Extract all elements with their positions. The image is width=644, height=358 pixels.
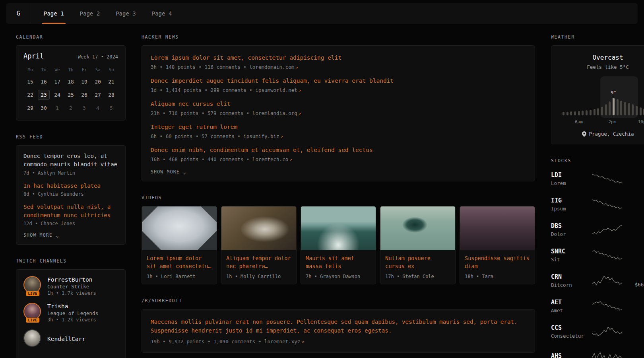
external-link-icon: ↗ (289, 156, 292, 162)
stock-sparkline (588, 351, 627, 358)
stock-company: Lorem (551, 180, 588, 186)
weather-widget: WEATHER Overcast Feels like 5°C 9° 6am 2… (551, 34, 644, 144)
stock-sparkline (588, 249, 627, 261)
weather-bar (601, 107, 603, 115)
weather-feels-like: Feels like 5°C (558, 64, 644, 70)
twitch-card: LIVE ForrestBurton Counter-Strike 1h • 1… (16, 269, 126, 358)
hn-item-title[interactable]: Integer eget rutrum lorem (151, 123, 526, 131)
hacker-news-card: Lorem ipsum dolor sit amet, consectetur … (142, 45, 535, 181)
video-title[interactable]: Aliquam tempor dolor nec pharetra… (226, 254, 291, 270)
video-card[interactable]: Nullam posuere cursus ex 17h • Stefan Co… (380, 206, 456, 284)
hn-item: Donec imperdiet augue tincidunt felis al… (151, 77, 526, 93)
video-card[interactable]: Mauris sit amet massa felis 7h • Grayson… (301, 206, 376, 284)
tab-page-1[interactable]: Page 1 (36, 3, 72, 24)
hn-item-meta: 21h • 710 points • 579 comments • loreml… (151, 110, 526, 116)
top-navigation-bar: G Page 1 Page 2 Page 3 Page 4 (6, 3, 638, 24)
twitch-channel-game: League of Legends (47, 310, 98, 316)
location-pin-icon (582, 131, 586, 137)
video-meta: 17h • Stefan Cole (385, 274, 450, 279)
app-logo[interactable]: G (6, 3, 31, 24)
twitch-channel-row[interactable]: LIVE ForrestBurton Counter-Strike 1h • 1… (23, 276, 118, 296)
hn-item-title[interactable]: Donec imperdiet augue tincidunt felis al… (151, 77, 526, 85)
video-title[interactable]: Mauris sit amet massa felis (306, 254, 371, 270)
weather-bar (632, 104, 634, 115)
stock-ticker: CRN (551, 273, 588, 280)
calendar-day: 28 (105, 90, 117, 100)
video-card[interactable]: Lorem ipsum dolor sit amet consectetu… 1… (142, 206, 217, 284)
hacker-news-widget-title: HACKER NEWS (142, 34, 535, 40)
stock-change: -1.00% (627, 274, 644, 280)
calendar-day: 21 (105, 77, 117, 87)
stocks-list: LDILorem +4.35%$795.18 IIGIpsum +2.84%$4… (551, 169, 644, 358)
twitch-channel-row[interactable]: LIVE Trisha League of Legends 3h • 1.2k … (23, 303, 118, 323)
hn-item: Integer eget rutrum lorem 6h • 60 points… (151, 123, 526, 139)
stock-price: $165.84 (627, 333, 644, 339)
hn-meta-text: 16h • 468 points • 440 comments • loremt… (151, 156, 288, 162)
show-more-label: SHOW MORE (151, 169, 180, 175)
rss-item-title[interactable]: In hac habitasse platea (23, 182, 118, 190)
rss-item-meta: 8d • Cynthia Saunders (23, 191, 118, 197)
weather-time-axis: 6am 2pm 10pm (563, 119, 644, 125)
rss-item: Sed volutpat nulla nisl, a condimentum n… (23, 203, 118, 227)
rss-card: Donec tempor eros leo, ut commodo mauris… (16, 145, 126, 245)
video-card[interactable]: Suspendisse sagittis diam 18h • Tara (460, 206, 535, 284)
calendar-day: 5 (105, 103, 117, 113)
video-thumbnail[interactable] (301, 206, 376, 250)
time-label: 2pm (608, 119, 616, 125)
stock-row[interactable]: IIGIpsum +2.84%$42.04 (551, 195, 644, 214)
video-thumbnail[interactable] (460, 206, 535, 250)
subreddit-widget-title: /R/SUBREDDIT (142, 298, 535, 304)
hn-item-title[interactable]: Aliquam nec cursus elit (151, 100, 526, 108)
video-card[interactable]: Aliquam tempor dolor nec pharetra… 1h • … (221, 206, 297, 284)
twitch-channel-row[interactable]: LIVE KendallCarr (23, 329, 118, 349)
subreddit-post-title[interactable]: Maecenas mollis pulvinar erat non posuer… (151, 317, 526, 335)
time-label: 10pm (638, 119, 644, 125)
stock-row[interactable]: LDILorem +4.35%$795.18 (551, 169, 644, 188)
calendar-day: 15 (24, 77, 36, 87)
left-column: CALENDAR April Week 17 • 2024 Mo Tu We T… (16, 34, 126, 358)
stock-row[interactable]: AETAmet +0.92%$499.72 (551, 296, 644, 315)
hn-item: Aliquam nec cursus elit 21h • 710 points… (151, 100, 526, 116)
hn-item-title[interactable]: Lorem ipsum dolor sit amet, consectetur … (151, 54, 526, 62)
stock-row[interactable]: DBSDolor +1.42%$156.28 (551, 220, 644, 239)
stock-row[interactable]: CRNBitcorn -1.00%$66,171.48 (551, 271, 644, 290)
hn-item-title[interactable]: Donec enim nibh, condimentum et accumsan… (151, 146, 526, 154)
rss-show-more-button[interactable]: SHOW MORE ⌄ (23, 232, 118, 238)
video-thumbnail[interactable] (380, 206, 455, 250)
hn-meta-text: 6h • 60 points • 57 comments • ipsumify.… (151, 133, 279, 139)
external-link-icon: ↗ (298, 110, 301, 116)
hn-item-meta: 1d • 1,414 points • 299 comments • ipsum… (151, 87, 526, 93)
calendar-day: 26 (78, 90, 90, 100)
tab-page-4[interactable]: Page 4 (144, 3, 180, 24)
calendar-day: 18 (65, 77, 77, 87)
videos-row[interactable]: Lorem ipsum dolor sit amet consectetu… 1… (142, 206, 535, 284)
video-title[interactable]: Nullam posuere cursus ex (385, 254, 450, 270)
weather-card: Overcast Feels like 5°C 9° 6am 2pm 10pm … (551, 45, 644, 144)
stock-row[interactable]: AHS +0.46% (551, 347, 644, 358)
tab-page-3[interactable]: Page 3 (108, 3, 144, 24)
videos-widget-title: VIDEOS (142, 195, 535, 200)
weather-bar (566, 112, 568, 115)
tab-label: Page 3 (116, 10, 136, 17)
twitch-channel-name: Trisha (47, 303, 98, 309)
stock-price: $499.72 (627, 307, 644, 313)
stock-row[interactable]: SNRCSit +1.36%$148.64 (551, 245, 644, 265)
video-title[interactable]: Lorem ipsum dolor sit amet consectetu… (147, 254, 212, 270)
video-title[interactable]: Suspendisse sagittis diam (465, 254, 530, 270)
rss-item: In hac habitasse platea 8d • Cynthia Sau… (23, 182, 118, 197)
rss-item-title[interactable]: Donec tempor eros leo, ut commodo mauris… (23, 152, 118, 169)
stock-ticker: IIG (551, 197, 588, 204)
weather-temperature-chart: 9° (563, 80, 644, 115)
hn-show-more-button[interactable]: SHOW MORE ⌄ (151, 169, 526, 175)
subreddit-widget: /R/SUBREDDIT Maecenas mollis pulvinar er… (142, 298, 535, 353)
video-thumbnail[interactable] (142, 206, 217, 250)
video-meta: 1h • Molly Carrillo (226, 274, 291, 279)
external-link-icon: ↗ (301, 339, 304, 344)
video-thumbnail[interactable] (221, 206, 296, 250)
stock-row[interactable]: CCSConsectetur +0.51%$165.84 (551, 322, 644, 341)
weather-bar (609, 101, 611, 115)
tab-page-2[interactable]: Page 2 (72, 3, 108, 24)
rss-item-title[interactable]: Sed volutpat nulla nisl, a condimentum n… (23, 203, 118, 220)
stock-change: +0.51% (627, 325, 644, 331)
hn-item: Lorem ipsum dolor sit amet, consectetur … (151, 54, 526, 70)
